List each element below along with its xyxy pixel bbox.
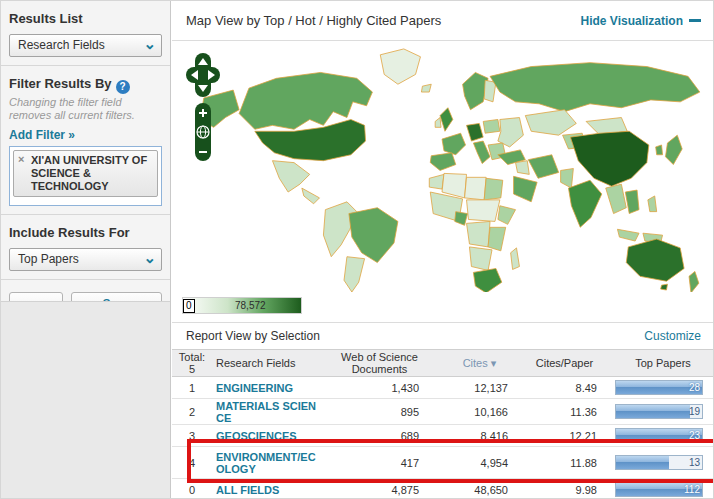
hide-visualization-label: Hide Visualization — [581, 14, 683, 28]
row-rank: 0 — [172, 484, 212, 496]
cites-per-paper-value: 9.98 — [522, 484, 607, 496]
docs-value: 417 — [322, 457, 437, 469]
add-filter-link[interactable]: Add Filter » — [9, 128, 162, 142]
filter-heading: Filter Results By? — [9, 76, 162, 94]
table-header-row: Total:5 Research Fields Web of ScienceDo… — [172, 349, 714, 377]
field-link[interactable]: ENGINEERING — [216, 382, 293, 394]
include-results-dropdown[interactable]: Top Papers ⌄ — [9, 248, 162, 271]
top-papers-value: 19 — [689, 406, 700, 417]
top-papers-bar: 28 — [615, 380, 703, 395]
col-wos-documents: Web of ScienceDocuments — [322, 351, 437, 375]
remove-filter-icon[interactable]: × — [18, 153, 24, 166]
cites-per-paper-value: 11.88 — [522, 457, 607, 469]
cites-value: 12,137 — [437, 382, 522, 394]
minus-icon — [689, 19, 701, 22]
cites-value: 8,416 — [437, 430, 522, 442]
docs-value: 4,875 — [322, 484, 437, 496]
field-link[interactable]: GEOSCIENCES — [216, 430, 297, 442]
sidebar: Results List Research Fields ⌄ Filter Re… — [1, 1, 171, 499]
table-row: 2 MATERIALS SCIENCE 895 10,166 11.36 19 — [172, 399, 714, 425]
chevron-down-icon: ⌄ — [143, 247, 156, 268]
world-map-choropleth[interactable] — [178, 45, 708, 292]
results-list-label: Results List — [9, 11, 162, 26]
top-papers-value: 112 — [684, 484, 700, 495]
docs-value: 1,430 — [322, 382, 437, 394]
top-papers-value: 23 — [689, 430, 700, 441]
report-header: Report View by Selection Customize — [172, 323, 714, 349]
filter-tag[interactable]: × XI'AN UNIVERSITY OF SCIENCE & TECHNOLO… — [13, 150, 158, 197]
table-row: 1 ENGINEERING 1,430 12,137 8.49 28 — [172, 377, 714, 399]
question-icon[interactable]: ? — [116, 80, 130, 94]
chevron-down-icon: ⌄ — [143, 33, 156, 54]
cites-value: 10,166 — [437, 406, 522, 418]
col-research-fields: Research Fields — [212, 357, 322, 369]
col-cites-per-paper: Cites/Paper — [522, 357, 607, 369]
field-link[interactable]: ENVIRONMENT/ECOLOGY — [216, 451, 316, 475]
col-top-papers: Top Papers — [607, 357, 711, 369]
docs-value: 895 — [322, 406, 437, 418]
top-papers-bar: 13 — [615, 455, 703, 470]
map-header: Map View by Top / Hot / Highly Cited Pap… — [172, 1, 714, 41]
table-row-highlighted: 4 ENVIRONMENT/ECOLOGY 417 4,954 11.88 13 — [172, 447, 714, 479]
report-table: Total:5 Research Fields Web of ScienceDo… — [172, 349, 714, 499]
legend-max-value: 78,572 — [235, 300, 266, 311]
row-rank: 3 — [172, 430, 212, 442]
cites-value: 48,650 — [437, 484, 522, 496]
sort-down-icon: ▾ — [491, 357, 497, 369]
map-region[interactable]: 0 78,572 — [172, 41, 714, 323]
row-rank: 2 — [172, 406, 212, 418]
table-row: 3 GEOSCIENCES 689 8,416 12.21 23 — [172, 425, 714, 447]
row-rank: 4 — [172, 457, 212, 469]
top-papers-value: 13 — [689, 457, 700, 468]
include-results-label: Include Results For — [9, 225, 162, 240]
cites-value: 4,954 — [437, 457, 522, 469]
cites-per-paper-value: 12.21 — [522, 430, 607, 442]
app-window: Results List Research Fields ⌄ Filter Re… — [0, 0, 714, 499]
filter-note: Changing the filter field removes all cu… — [9, 96, 162, 122]
map-legend: 0 78,572 — [182, 297, 302, 314]
results-list-dropdown[interactable]: Research Fields ⌄ — [9, 34, 162, 57]
hide-visualization-link[interactable]: Hide Visualization — [581, 14, 701, 28]
top-papers-bar: 23 — [615, 428, 703, 443]
filter-tag-label: XI'AN UNIVERSITY OF SCIENCE & TECHNOLOGY — [31, 154, 147, 192]
cites-per-paper-value: 8.49 — [522, 382, 607, 394]
results-list-value: Research Fields — [18, 38, 105, 52]
field-link[interactable]: ALL FIELDS — [216, 484, 279, 496]
filter-box[interactable]: × XI'AN UNIVERSITY OF SCIENCE & TECHNOLO… — [9, 146, 162, 206]
include-results-value: Top Papers — [18, 252, 79, 266]
col-cites-sort[interactable]: Cites ▾ — [437, 357, 522, 369]
top-papers-bar: 19 — [615, 404, 703, 419]
legend-min-value: 0 — [183, 299, 195, 313]
docs-value: 689 — [322, 430, 437, 442]
map-pan-zoom-control[interactable] — [186, 53, 220, 163]
sidebar-footer-area — [1, 301, 170, 499]
main-panel: Map View by Top / Hot / Highly Cited Pap… — [172, 1, 714, 499]
row-rank: 1 — [172, 382, 212, 394]
field-link[interactable]: MATERIALS SCIENCE — [216, 400, 316, 424]
map-view-title: Map View by Top / Hot / Highly Cited Pap… — [186, 13, 441, 28]
cites-per-paper-value: 11.36 — [522, 406, 607, 418]
table-row: 0 ALL FIELDS 4,875 48,650 9.98 112 — [172, 479, 714, 499]
col-total: Total:5 — [172, 351, 212, 375]
report-title: Report View by Selection — [186, 329, 320, 343]
top-papers-bar: 112 — [615, 482, 703, 497]
customize-link[interactable]: Customize — [644, 329, 701, 343]
top-papers-value: 28 — [689, 382, 700, 393]
